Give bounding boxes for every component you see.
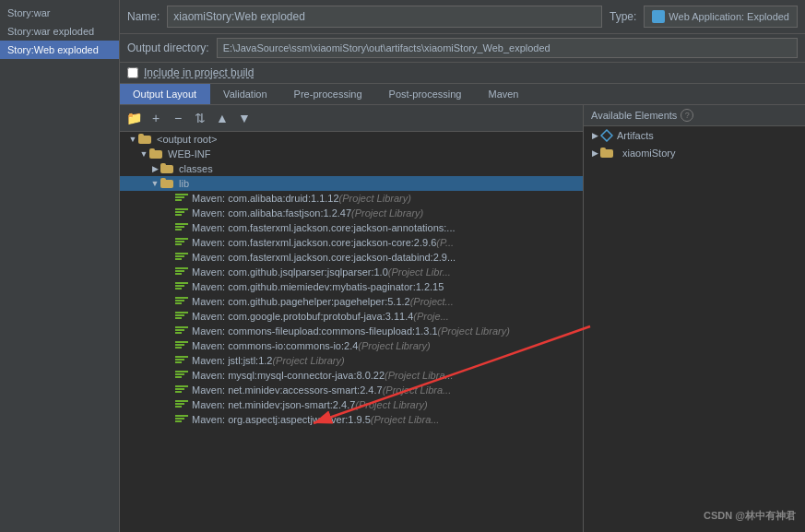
arrow-icon: ▶ xyxy=(589,148,600,158)
list-item[interactable]: Maven: com.github.jsqlparser:jsqlparser:… xyxy=(120,265,583,279)
output-dir-label: Output directory: xyxy=(127,41,209,54)
tree-item-output-root[interactable]: ▼ <output root> xyxy=(120,132,583,147)
tree-text: Maven: com.fasterxml.jackson.core:jackso… xyxy=(192,237,436,248)
type-badge: Web Application: Exploded xyxy=(644,6,798,28)
tab-validation[interactable]: Validation xyxy=(210,84,281,104)
list-item[interactable]: Maven: com.alibaba:fastjson:1.2.47 (Proj… xyxy=(120,206,583,220)
toolbar-folder-btn[interactable]: 📁 xyxy=(124,108,144,128)
list-item[interactable]: Maven: com.fasterxml.jackson.core:jackso… xyxy=(120,235,583,250)
lib-icon xyxy=(175,193,188,204)
lib-icon xyxy=(175,237,188,248)
lib-icon xyxy=(175,399,188,410)
sidebar-item-story-war-exploded[interactable]: Story:war exploded xyxy=(0,22,119,41)
tab-pre-processing[interactable]: Pre-processing xyxy=(281,84,376,104)
tree-text: Maven: com.github.pagehelper:pagehelper:… xyxy=(192,296,410,307)
arrow-icon: ▼ xyxy=(149,179,160,188)
arrow-icon: ▶ xyxy=(589,131,600,140)
list-item[interactable]: Maven: com.github.miemiedev:mybatis-pagi… xyxy=(120,279,583,294)
arrow-icon: ▶ xyxy=(149,164,160,173)
tree-item-webinf[interactable]: ▼ WEB-INF xyxy=(120,147,583,161)
include-project-checkbox[interactable] xyxy=(127,67,138,78)
tree-text: Maven: com.fasterxml.jackson.core:jackso… xyxy=(192,252,456,263)
sidebar-item-story-war[interactable]: Story:war xyxy=(0,4,119,22)
toolbar-sort-btn[interactable]: ⇅ xyxy=(190,108,210,128)
tree-secondary: (Project Library) xyxy=(351,207,423,219)
available-item-xiaomistory[interactable]: ▶ xiaomiStory xyxy=(584,145,805,161)
toolbar-down-btn[interactable]: ▼ xyxy=(234,108,255,128)
tree-secondary: (Project Library) xyxy=(438,325,510,337)
tree-secondary: (P... xyxy=(436,237,454,248)
svg-marker-0 xyxy=(601,130,612,141)
list-item[interactable]: Maven: net.minidev:accessors-smart:2.4.7… xyxy=(120,383,583,397)
available-item-artifacts[interactable]: ▶ Artifacts xyxy=(584,126,805,145)
lib-icon xyxy=(175,296,188,307)
folder-icon xyxy=(160,163,175,174)
tab-maven[interactable]: Maven xyxy=(475,84,532,104)
lib-icon xyxy=(175,252,188,263)
lib-icon xyxy=(175,414,188,425)
available-elements-title: Available Elements xyxy=(591,110,677,121)
include-project-label: Include in project build xyxy=(144,66,254,79)
toolbar-remove-btn[interactable]: − xyxy=(168,108,188,128)
lib-icon xyxy=(175,311,188,322)
list-item[interactable]: Maven: jstl:jstl:1.2 (Project Library) xyxy=(120,353,583,368)
tree-text: Maven: jstl:jstl:1.2 xyxy=(192,355,272,366)
info-icon[interactable]: ? xyxy=(681,109,693,122)
tree-secondary: (Project Library) xyxy=(339,193,411,204)
toolbar-add-btn[interactable]: + xyxy=(146,108,166,128)
tree-text: Maven: net.minidev:accessors-smart:2.4.7 xyxy=(192,384,383,396)
artifacts-label: Artifacts xyxy=(617,130,654,141)
list-item[interactable]: Maven: net.minidev:json-smart:2.4.7 (Pro… xyxy=(120,397,583,412)
tree-secondary: (Project Libra... xyxy=(371,414,440,425)
tree-item-lib[interactable]: ▼ lib xyxy=(120,176,583,191)
tree-secondary: (Project Libra... xyxy=(383,384,452,396)
list-item[interactable]: Maven: commons-io:commons-io:2.4 (Projec… xyxy=(120,338,583,353)
include-project-row: Include in project build xyxy=(120,63,805,84)
folder-icon xyxy=(160,178,175,189)
main-panel: Name: Type: Web Application: Exploded Ou… xyxy=(120,0,805,532)
sidebar-item-story-web-exploded[interactable]: Story:Web exploded xyxy=(0,41,119,59)
lib-icon xyxy=(175,281,188,292)
artifacts-icon xyxy=(600,129,613,142)
lib-icon xyxy=(175,370,188,381)
list-item[interactable]: Maven: com.fasterxml.jackson.core:jackso… xyxy=(120,220,583,235)
type-icon xyxy=(652,10,665,23)
sidebar: Story:war Story:war exploded Story:Web e… xyxy=(0,0,120,532)
list-item[interactable]: Maven: commons-fileupload:commons-fileup… xyxy=(120,324,583,338)
tab-output-layout[interactable]: Output Layout xyxy=(120,84,210,104)
type-value: Web Application: Exploded xyxy=(669,11,789,22)
tab-post-processing[interactable]: Post-processing xyxy=(376,84,476,104)
list-item[interactable]: Maven: mysql:mysql-connector-java:8.0.22… xyxy=(120,368,583,383)
project-icon xyxy=(600,148,619,159)
tree-text: Maven: com.github.miemiedev:mybatis-pagi… xyxy=(192,281,444,292)
output-tree[interactable]: ▼ <output root> ▼ WEB-INF ▶ classes xyxy=(120,132,583,532)
list-item[interactable]: Maven: org.aspectj:aspectjweaver:1.9.5 (… xyxy=(120,412,583,427)
tree-text: classes xyxy=(179,163,213,174)
toolbar-up-btn[interactable]: ▲ xyxy=(212,108,232,128)
tree-text: Maven: com.alibaba:fastjson:1.2.47 xyxy=(192,207,351,219)
project-label: xiaomiStory xyxy=(622,148,675,159)
tree-secondary: (Project Library) xyxy=(358,340,430,351)
output-dir-input[interactable] xyxy=(217,38,798,58)
list-item[interactable]: Maven: com.github.pagehelper:pagehelper:… xyxy=(120,294,583,309)
list-item[interactable]: Maven: com.google.protobuf:protobuf-java… xyxy=(120,309,583,324)
tree-text: Maven: commons-fileupload:commons-fileup… xyxy=(192,325,438,337)
tree-secondary: (Project Libra... xyxy=(385,370,454,381)
tree-text: Maven: com.google.protobuf:protobuf-java… xyxy=(192,311,413,322)
tree-secondary: (Project Library) xyxy=(272,355,344,366)
available-elements-tree: ▶ Artifacts ▶ xiaomiStory xyxy=(584,126,805,532)
tree-text: Maven: commons-io:commons-io:2.4 xyxy=(192,340,358,351)
folder-icon xyxy=(138,134,153,145)
lib-icon xyxy=(175,355,188,366)
lib-icon xyxy=(175,325,188,337)
name-type-row: Name: Type: Web Application: Exploded xyxy=(120,0,805,34)
content-area: 📁 + − ⇅ ▲ ▼ ▼ <output root> ▼ xyxy=(120,105,805,532)
name-input[interactable] xyxy=(167,6,602,28)
tree-secondary: (Project Library) xyxy=(355,399,427,410)
list-item[interactable]: Maven: com.fasterxml.jackson.core:jackso… xyxy=(120,250,583,265)
toolbar: 📁 + − ⇅ ▲ ▼ xyxy=(120,105,583,132)
tree-item-classes[interactable]: ▶ classes xyxy=(120,161,583,176)
list-item[interactable]: Maven: com.alibaba:druid:1.1.12 (Project… xyxy=(120,191,583,206)
tree-text: Maven: com.github.jsqlparser:jsqlparser:… xyxy=(192,266,388,278)
folder-icon xyxy=(149,148,164,160)
